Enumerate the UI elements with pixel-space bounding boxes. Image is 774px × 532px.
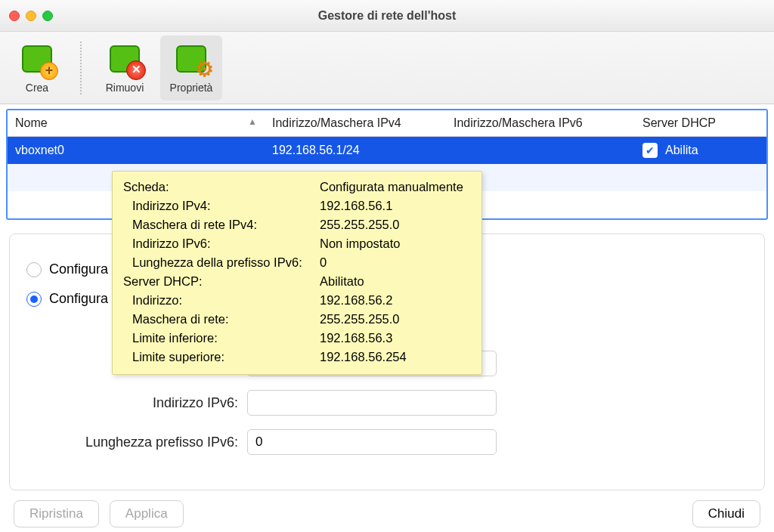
tooltip-row: Limite inferiore:192.168.56.3 — [120, 329, 469, 348]
toolbar-create-label: Crea — [26, 82, 48, 94]
window-controls — [0, 11, 53, 21]
remove-icon — [105, 42, 144, 79]
cell-name: vboxnet0 — [8, 138, 265, 163]
tooltip-value: 192.168.56.2 — [317, 291, 469, 310]
tooltip-key: Limite superiore: — [120, 348, 317, 367]
toolbar-properties-label: Proprietà — [170, 82, 213, 94]
tooltip-value: 255.255.255.0 — [317, 215, 469, 234]
radio-icon — [26, 292, 42, 307]
tooltip-row: Lunghezza della prefisso IPv6:0 — [120, 253, 469, 272]
dialog-footer: Ripristina Applica Chiudi — [0, 500, 774, 527]
tooltip-key: Maschera di rete IPv4: — [120, 215, 317, 234]
cell-ipv4: 192.168.56.1/24 — [265, 138, 446, 163]
table-row[interactable]: vboxnet0 192.168.56.1/24 ✔ Abilita — [8, 137, 766, 164]
tooltip-row: Indirizzo IPv6:Non impostato — [120, 234, 469, 253]
tooltip-value: 192.168.56.254 — [317, 348, 469, 367]
adapter-details-tooltip: Scheda:Configurata manualmenteIndirizzo … — [112, 171, 482, 375]
col-ipv6[interactable]: Indirizzo/Maschera IPv6 — [446, 110, 635, 136]
tooltip-value: Abilitato — [317, 272, 469, 291]
cell-ipv6 — [446, 144, 635, 156]
row-ipv6-addr: Indirizzo IPv6: — [26, 390, 748, 416]
reset-button[interactable]: Ripristina — [14, 500, 99, 527]
ipv6-addr-label: Indirizzo IPv6: — [26, 395, 238, 411]
tooltip-value: Non impostato — [317, 234, 469, 253]
reset-label: Ripristina — [29, 506, 83, 521]
toolbar-remove-button[interactable]: Rimuovi — [94, 36, 156, 101]
titlebar: Gestore di rete dell'host — [0, 0, 774, 32]
properties-icon — [172, 42, 211, 79]
sort-asc-icon: ▲ — [248, 116, 257, 130]
toolbar-separator — [80, 42, 82, 94]
col-name-label: Nome — [15, 116, 48, 130]
tooltip-row: Scheda:Configurata manualmente — [120, 178, 469, 196]
tooltip-value: Configurata manualmente — [317, 178, 469, 196]
dhcp-enable-label: Abilita — [665, 144, 698, 157]
minimize-window-icon[interactable] — [26, 11, 36, 21]
apply-button[interactable]: Applica — [110, 500, 184, 527]
tooltip-key: Maschera di rete: — [120, 310, 317, 329]
toolbar: Crea Rimuovi Proprietà — [0, 32, 774, 104]
tooltip-table: Scheda:Configurata manualmenteIndirizzo … — [120, 178, 469, 367]
ipv6-len-input[interactable] — [247, 429, 497, 455]
create-icon — [17, 42, 57, 79]
radio-manual-label: Configura — [49, 291, 108, 307]
tooltip-row: Indirizzo IPv4:192.168.56.1 — [120, 196, 469, 215]
toolbar-create-button[interactable]: Crea — [6, 36, 68, 101]
tooltip-key: Indirizzo IPv4: — [120, 196, 317, 215]
apply-label: Applica — [125, 506, 168, 521]
tooltip-row: Indirizzo:192.168.56.2 — [120, 291, 469, 310]
tooltip-key: Server DHCP: — [120, 272, 317, 291]
tooltip-value: 255.255.255.0 — [317, 310, 469, 329]
window-title: Gestore di rete dell'host — [0, 9, 774, 23]
cell-dhcp: ✔ Abilita — [635, 137, 766, 164]
col-ipv4[interactable]: Indirizzo/Maschera IPv4 — [265, 110, 446, 136]
close-label: Chiudi — [708, 506, 745, 521]
tooltip-key: Indirizzo: — [120, 291, 317, 310]
tooltip-row: Limite superiore:192.168.56.254 — [120, 348, 469, 367]
col-dhcp[interactable]: Server DHCP — [635, 110, 766, 136]
ipv6-len-label: Lunghezza prefisso IPv6: — [26, 435, 238, 450]
toolbar-properties-button[interactable]: Proprietà — [160, 36, 222, 101]
tooltip-row: Maschera di rete:255.255.255.0 — [120, 310, 469, 329]
tooltip-row: Maschera di rete IPv4:255.255.255.0 — [120, 215, 469, 234]
tooltip-key: Indirizzo IPv6: — [120, 234, 317, 253]
tooltip-key: Lunghezza della prefisso IPv6: — [120, 253, 317, 272]
radio-auto-label: Configura — [49, 261, 108, 277]
tooltip-value: 192.168.56.1 — [317, 196, 469, 215]
tooltip-value: 0 — [317, 253, 469, 272]
toolbar-remove-label: Rimuovi — [106, 82, 144, 94]
zoom-window-icon[interactable] — [42, 11, 53, 21]
radio-icon — [26, 262, 42, 277]
tooltip-row: Server DHCP:Abilitato — [120, 272, 469, 291]
close-window-icon[interactable] — [9, 11, 20, 21]
tooltip-key: Scheda: — [120, 178, 317, 196]
tooltip-value: 192.168.56.3 — [317, 329, 469, 348]
close-button[interactable]: Chiudi — [692, 500, 760, 527]
table-header-row: Nome ▲ Indirizzo/Maschera IPv4 Indirizzo… — [8, 110, 766, 137]
row-ipv6-len: Lunghezza prefisso IPv6: — [26, 429, 748, 455]
ipv6-addr-input[interactable] — [247, 390, 497, 416]
col-name[interactable]: Nome ▲ — [8, 110, 265, 136]
tooltip-key: Limite inferiore: — [120, 329, 317, 348]
dhcp-enable-checkbox[interactable]: ✔ — [642, 143, 658, 158]
